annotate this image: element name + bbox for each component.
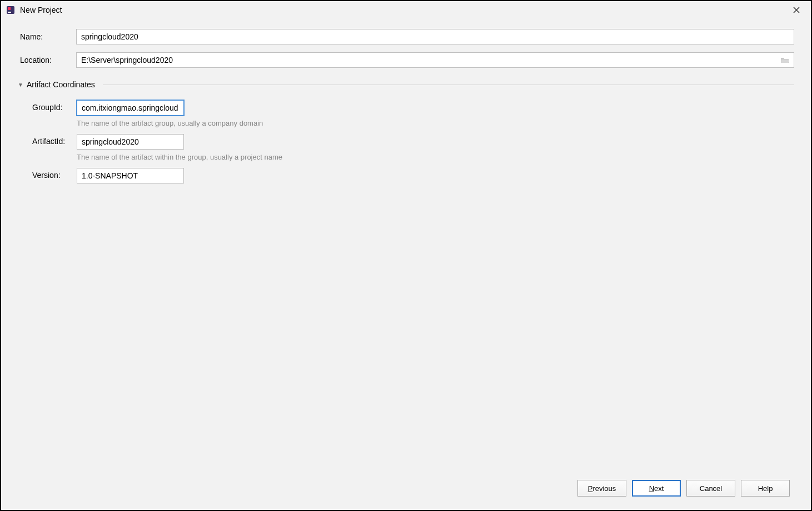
section-divider [103, 85, 794, 85]
folder-icon [780, 56, 789, 64]
groupid-hint: The name of the artifact group, usually … [77, 119, 794, 127]
groupid-input[interactable] [77, 100, 184, 116]
artifactid-hint: The name of the artifact within the grou… [77, 153, 794, 161]
browse-folder-button[interactable] [778, 53, 792, 67]
version-row: Version: [18, 168, 794, 183]
version-input[interactable] [77, 168, 184, 183]
new-project-dialog: New Project Name: Location: [0, 0, 812, 511]
name-input[interactable] [76, 29, 794, 44]
svg-rect-2 [8, 12, 11, 13]
window-title: New Project [20, 6, 782, 14]
next-button[interactable]: Next [632, 480, 681, 497]
artifactid-input[interactable] [77, 134, 184, 150]
location-row: Location: [18, 52, 794, 68]
chevron-down-icon: ▼ [18, 82, 23, 88]
content-spacer [18, 190, 794, 473]
location-input[interactable] [76, 52, 794, 68]
previous-button[interactable]: Previous [577, 480, 626, 497]
help-button[interactable]: Help [741, 480, 790, 497]
svg-rect-1 [8, 7, 11, 10]
groupid-label: GroupId: [32, 100, 77, 112]
artifact-coordinates-title: Artifact Coordinates [27, 80, 95, 89]
artifactid-label: ArtifactId: [32, 134, 77, 146]
button-bar: Previous Next Cancel Help [18, 473, 794, 503]
close-button[interactable] [786, 2, 806, 18]
groupid-row: GroupId: The name of the artifact group,… [18, 100, 794, 127]
artifact-coordinates-header[interactable]: ▼ Artifact Coordinates [18, 80, 794, 89]
name-label: Name: [18, 32, 76, 41]
titlebar: New Project [1, 1, 811, 19]
location-label: Location: [18, 56, 76, 65]
dialog-content: Name: Location: ▼ Artifact Coordinates [1, 19, 811, 510]
artifactid-row: ArtifactId: The name of the artifact wit… [18, 134, 794, 161]
cancel-button[interactable]: Cancel [686, 480, 735, 497]
intellij-icon [6, 5, 16, 15]
name-row: Name: [18, 29, 794, 44]
version-label: Version: [32, 168, 77, 180]
